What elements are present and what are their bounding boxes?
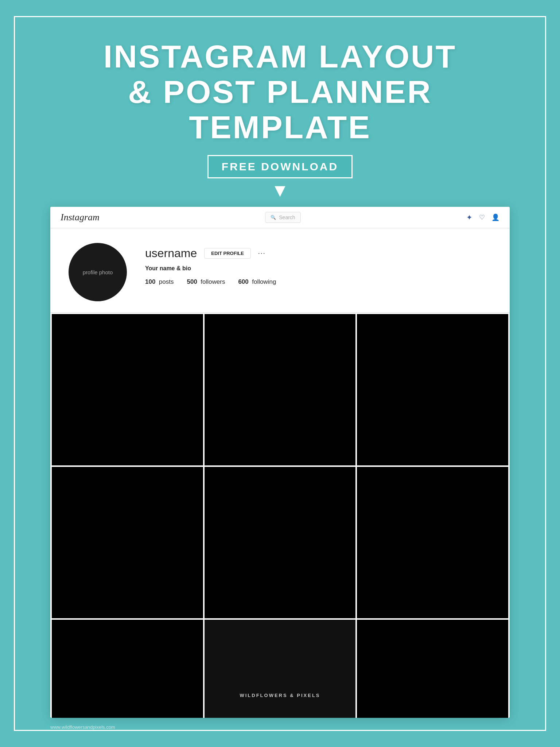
grid-cell-7[interactable] — [52, 620, 203, 718]
grid-cell-8[interactable]: WILDFLOWERS & PIXELS — [205, 620, 356, 718]
profile-photo-label: profile photo — [83, 269, 113, 275]
search-placeholder-text: Search — [279, 214, 295, 220]
activity-icon[interactable]: ♡ — [479, 213, 485, 221]
instagram-mockup: Instagram 🔍 Search ✦ ♡ 👤 profile photo u… — [50, 207, 510, 718]
profile-bio: Your name & bio — [145, 265, 491, 272]
edit-profile-button[interactable]: EDIT PROFILE — [204, 248, 251, 259]
grid-cell-9[interactable] — [357, 620, 508, 718]
profile-stats: 100 posts 500 followers 600 following — [145, 278, 491, 286]
ig-search-bar[interactable]: 🔍 Search — [265, 212, 300, 223]
profile-icon[interactable]: 👤 — [491, 213, 499, 221]
ig-logo: Instagram — [61, 212, 100, 223]
watermark: www.wildflowersandpixels.com — [50, 718, 510, 730]
grid-cell-3[interactable] — [357, 314, 508, 465]
grid-cell-1[interactable] — [52, 314, 203, 465]
grid-cell-8-label: WILDFLOWERS & PIXELS — [240, 693, 320, 698]
ig-photo-grid: WILDFLOWERS & PIXELS — [50, 313, 510, 718]
search-icon: 🔍 — [271, 215, 276, 220]
posts-stat: 100 posts — [145, 278, 174, 286]
free-download-badge[interactable]: FREE DOWNLOAD — [207, 155, 353, 178]
compass-icon[interactable]: ✦ — [466, 213, 472, 222]
main-title: INSTAGRAM LAYOUT & POST PLANNER TEMPLATE — [104, 39, 456, 145]
ig-navbar: Instagram 🔍 Search ✦ ♡ 👤 — [50, 207, 510, 228]
profile-username-row: username EDIT PROFILE ··· — [145, 247, 491, 260]
grid-cell-4[interactable] — [52, 467, 203, 618]
header-section: INSTAGRAM LAYOUT & POST PLANNER TEMPLATE… — [104, 17, 456, 207]
profile-info: username EDIT PROFILE ··· Your name & bi… — [145, 243, 491, 286]
outer-border: INSTAGRAM LAYOUT & POST PLANNER TEMPLATE… — [14, 16, 546, 731]
profile-username: username — [145, 247, 197, 260]
arrow-down-icon: ▼ — [104, 181, 456, 200]
grid-cell-2[interactable] — [205, 314, 356, 465]
grid-cell-5[interactable] — [205, 467, 356, 618]
profile-photo-circle: profile photo — [69, 243, 127, 301]
following-stat: 600 following — [238, 278, 276, 286]
grid-cell-6[interactable] — [357, 467, 508, 618]
ig-profile: profile photo username EDIT PROFILE ··· … — [50, 228, 510, 313]
followers-stat: 500 followers — [187, 278, 225, 286]
profile-more-options[interactable]: ··· — [258, 249, 266, 257]
ig-nav-icons: ✦ ♡ 👤 — [466, 213, 499, 222]
